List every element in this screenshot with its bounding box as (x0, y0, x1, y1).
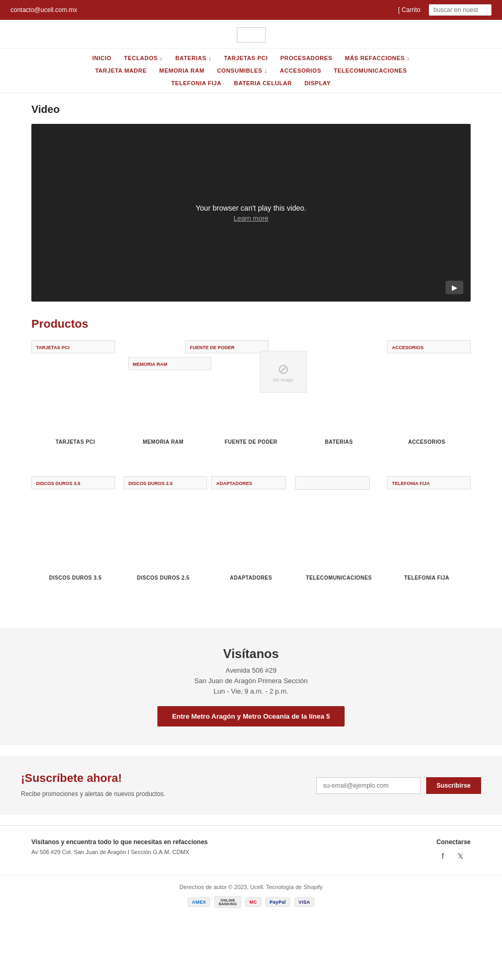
top-bar-right: [ Carrito (398, 4, 492, 16)
nav-consumibles[interactable]: CONSUMIBLES ↓ (216, 66, 268, 75)
product-name-accesorios: ACCESORIOS (383, 439, 471, 445)
footer-left: Visítanos y encuentra todo lo que necesi… (31, 838, 208, 855)
footer-top: Visítanos y encuentra todo lo que necesi… (0, 825, 502, 875)
product-discos25-label[interactable]: DISCOS DUROS 2.5 (123, 476, 207, 489)
payment-amex: AMEX (188, 897, 210, 907)
video-section-title: Video (31, 103, 471, 116)
video-learn-more-link[interactable]: Learn more (196, 214, 306, 222)
product-name-discos25: DISCOS DUROS 2.5 (119, 575, 207, 581)
subscribe-left: ¡Suscríbete ahora! Recibe promociones y … (21, 771, 165, 799)
video-play-button[interactable]: ▶ (446, 281, 463, 294)
product-name-discos35: DISCOS DUROS 3.5 (31, 575, 119, 581)
product-name-telefonia: TELEFONIA FIJA (383, 575, 471, 581)
top-bar: contacto@ucell.com.mx [ Carrito (0, 0, 502, 20)
nav-row-2: TARJETA MADRE MEMORIA RAM CONSUMIBLES ↓ … (0, 64, 502, 77)
no-image-icon: ⊘ (278, 361, 289, 377)
search-input[interactable] (429, 4, 492, 16)
nav-baterias[interactable]: BATERIAS ↓ (174, 53, 212, 63)
main-nav: INICIO TECLADOS ↓ BATERIAS ↓ TARJETAS PC… (0, 48, 502, 93)
product-discos35-label[interactable]: DISCOS DUROS 3.5 (31, 476, 115, 489)
footer-copyright: Derechos de autor © 2023, Ucell. Tecnolo… (31, 884, 471, 890)
product-name-baterias: BATERIAS (295, 439, 383, 445)
nav-teclados[interactable]: TECLADOS ↓ (123, 53, 164, 63)
product-memoria-ram-label[interactable]: MEMORIA RAM (128, 357, 212, 370)
payment-paypal: PayPal (266, 897, 290, 907)
visit-hours: Lun - Vie, 9 a.m. - 2 p.m. (10, 687, 492, 695)
nav-tarjetas-pci[interactable]: TARJETAS PCI (223, 53, 269, 63)
products-section: Productos TARJETAS PCI FUENTE DE PODER M… (31, 317, 471, 581)
nav-mas-refacciones[interactable]: MÁS REFACCIONES ↓ (344, 53, 411, 63)
product-name-memoria: MEMORIA RAM (119, 439, 207, 445)
nav-row-3: TELEFONIA FIJA BATERIA CELULAR DISPLAY (0, 77, 502, 89)
footer-bottom: Derechos de autor © 2023, Ucell. Tecnolo… (0, 875, 502, 916)
visit-address-line2: San Juan de Aragón Primera Sección (10, 677, 492, 685)
product-name-fuente: FUENTE DE PODER (207, 439, 295, 445)
subscribe-description: Recibe promociones y alertas de nuevos p… (21, 789, 165, 799)
main-content: Video Your browser can't play this video… (0, 93, 502, 612)
nav-telecomunicaciones[interactable]: TELECOMUNICACIONES (333, 66, 408, 75)
products-row2-names: DISCOS DUROS 3.5 DISCOS DUROS 2.5 ADAPTA… (31, 575, 471, 581)
products-row1-visual: TARJETAS PCI FUENTE DE PODER MEMORIA RAM… (31, 340, 471, 445)
footer-social: f 𝕏 (437, 850, 471, 862)
product-no-image[interactable]: ⊘ No image (260, 351, 307, 393)
nav-procesadores[interactable]: PROCESADORES (279, 53, 334, 63)
product-tarjetas-pci-label[interactable]: TARJETAS PCI (31, 340, 115, 353)
product-name-telecom: TELECOMUNICACIONES (295, 575, 383, 581)
product-telefonia-fija-label[interactable]: TELEFONIA FIJA (387, 476, 471, 489)
logo-image[interactable] (237, 27, 266, 43)
nav-row-1: INICIO TECLADOS ↓ BATERIAS ↓ TARJETAS PC… (0, 52, 502, 64)
no-image-text: No image (273, 377, 294, 383)
subscribe-right: Suscribirse (316, 777, 481, 794)
video-cant-play-text: Your browser can't play this video. (196, 204, 306, 212)
subscribe-email-input[interactable] (316, 777, 421, 794)
video-section: Video Your browser can't play this video… (31, 103, 471, 302)
contact-email: contacto@ucell.com.mx (10, 6, 77, 14)
video-player[interactable]: Your browser can't play this video. Lear… (31, 124, 471, 302)
product-name-adaptadores: ADAPTADORES (207, 575, 295, 581)
visit-metro-button[interactable]: Entre Metro Aragón y Metro Oceanía de la… (157, 706, 345, 727)
video-message: Your browser can't play this video. Lear… (196, 204, 306, 222)
visit-section: Visítanos Avenida 506 #29 San Juan de Ar… (0, 628, 502, 745)
nav-display[interactable]: DISPLAY (303, 78, 332, 88)
nav-telefonia-fija[interactable]: TELEFONIA FIJA (170, 78, 223, 88)
subscribe-button[interactable]: Suscribirse (426, 777, 481, 794)
product-name-tarjetas: TARJETAS PCI (31, 439, 119, 445)
footer-connect-title: Conectarse (437, 838, 471, 846)
productos-section-title: Productos (31, 317, 471, 331)
facebook-icon[interactable]: f (437, 850, 449, 862)
payment-visa: VISA (294, 897, 314, 907)
visit-title: Visítanos (10, 647, 492, 661)
footer-address: Av 506 #29 Col. San Juan de Aragón I Sec… (31, 849, 208, 855)
payment-online-banking: ONLINEBANKING (214, 896, 241, 908)
nav-tarjeta-madre[interactable]: TARJETA MADRE (94, 66, 148, 75)
product-empty-box[interactable] (295, 476, 370, 490)
nav-inicio[interactable]: INICIO (91, 53, 112, 63)
payment-icons: AMEX ONLINEBANKING MC PayPal VISA (31, 896, 471, 908)
nav-accesorios[interactable]: ACCESORIOS (279, 66, 322, 75)
product-fuente-poder-label[interactable]: FUENTE DE PODER (185, 340, 269, 353)
visit-address-line1: Avenida 506 #29 (10, 666, 492, 674)
twitter-icon[interactable]: 𝕏 (454, 850, 467, 862)
product-accesorios-label[interactable]: ACCESORIOS (387, 340, 471, 353)
product-adaptadores-label[interactable]: ADAPTADORES (211, 476, 286, 489)
nav-memoria-ram[interactable]: MEMORIA RAM (158, 66, 206, 75)
products-row2-visual: DISCOS DUROS 3.5 DISCOS DUROS 2.5 ADAPTA… (31, 476, 471, 581)
subscribe-heading: ¡Suscríbete ahora! (21, 771, 165, 785)
subscribe-section: ¡Suscríbete ahora! Recibe promociones y … (0, 756, 502, 815)
products-row1-names: TARJETAS PCI MEMORIA RAM FUENTE DE PODER… (31, 439, 471, 445)
cart-link[interactable]: [ Carrito (398, 6, 420, 14)
footer-visit-title: Visítanos y encuentra todo lo que necesi… (31, 838, 208, 846)
logo-area (0, 20, 502, 48)
footer-right: Conectarse f 𝕏 (437, 838, 471, 862)
payment-mastercard: MC (245, 897, 261, 907)
nav-bateria-celular[interactable]: BATERIA CELULAR (233, 78, 293, 88)
